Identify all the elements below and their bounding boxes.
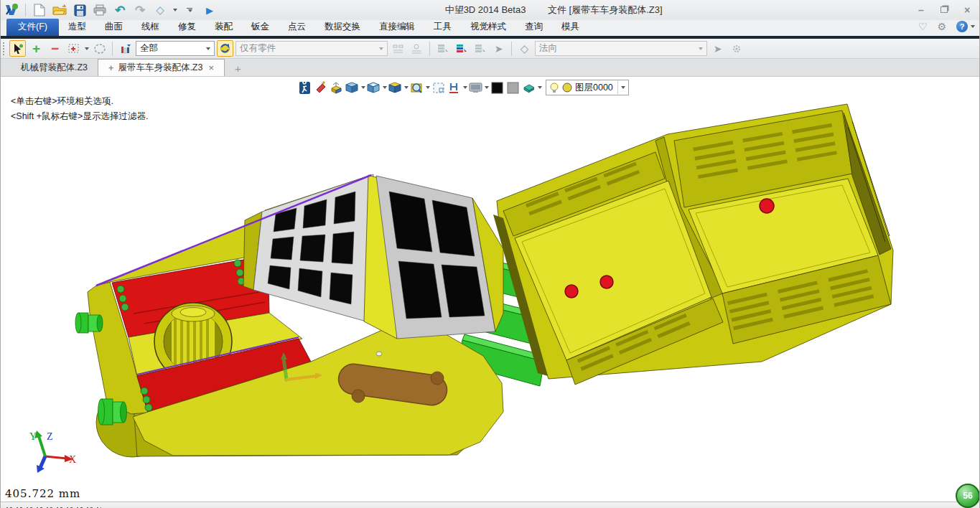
- selection-toolbar: + − 全部 仅有零件 ➤ ◇ 法向 ➤: [1, 39, 979, 59]
- ribbon-tab-directedit[interactable]: 直接编辑: [370, 19, 424, 36]
- ribbon-tab-repair[interactable]: 修复: [169, 19, 205, 36]
- start-task-icon[interactable]: ▶: [202, 2, 218, 18]
- document-title: 文件 [履带车车身装配体.Z3]: [548, 4, 663, 17]
- hint-line-2: <Shift +鼠标右键>显示选择过滤器.: [11, 109, 148, 124]
- pick-list-colored-icon: [453, 40, 470, 57]
- bulb-icon: [549, 80, 559, 95]
- undo-icon[interactable]: ↶: [112, 2, 128, 18]
- display-monitor-caret[interactable]: [485, 86, 489, 89]
- document-tab-bar: 机械臂装配体.Z3 + 履带车车身装配体.Z3 × +: [1, 59, 979, 77]
- ribbon-tab-bar: 文件(F) 造型 曲面 线框 修复 装配 钣金 点云 数据交换 直接编辑 工具 …: [1, 20, 979, 36]
- new-tab-button[interactable]: +: [235, 62, 241, 76]
- layer-slab-caret[interactable]: [538, 86, 542, 89]
- layer-slab-icon[interactable]: [521, 80, 536, 95]
- zoom-region-icon[interactable]: [409, 80, 424, 95]
- hatch-caret[interactable]: [463, 86, 467, 89]
- section-cube-icon[interactable]: [388, 80, 403, 95]
- new-document-icon[interactable]: [32, 2, 47, 18]
- view-manager-icon[interactable]: ◇: [152, 2, 168, 18]
- select-add-icon[interactable]: +: [28, 40, 45, 57]
- filter-list-icon[interactable]: [117, 40, 134, 57]
- toolbar-drag-handle[interactable]: [2, 42, 6, 56]
- toolbar-overflow-icon[interactable]: [182, 2, 197, 18]
- tracked-vehicle: [75, 174, 503, 457]
- face-shaded-cube-caret[interactable]: [383, 86, 387, 89]
- pick-arrow-icon: ➤: [490, 40, 507, 57]
- viewport-hints: <单击右键>环境相关选项. <Shift +鼠标右键>显示选择过滤器.: [11, 94, 148, 124]
- ribbon-tab-surface[interactable]: 曲面: [95, 19, 132, 36]
- ribbon-tab-shape[interactable]: 造型: [59, 19, 95, 36]
- close-button[interactable]: ×: [961, 4, 974, 15]
- layer-select[interactable]: 图层0000: [546, 80, 629, 95]
- axis-x-label: X: [69, 454, 76, 465]
- notification-badge[interactable]: 56: [956, 484, 980, 508]
- pick-list-last-icon: [472, 40, 488, 57]
- restore-button[interactable]: [938, 4, 951, 15]
- gray-swatch[interactable]: [505, 80, 521, 95]
- reorient-diamond-icon: ◇: [516, 40, 533, 57]
- divider: [511, 42, 512, 56]
- hatch-icon[interactable]: [447, 80, 462, 95]
- divider: [25, 4, 26, 17]
- pick-scope-select: 仅有零件: [235, 41, 388, 56]
- ribbon-tab-dataexchange[interactable]: 数据交换: [315, 19, 370, 36]
- ribbon-tab-file[interactable]: 文件(F): [6, 19, 59, 36]
- pick-point-icon: ➤: [709, 40, 726, 57]
- layer-caret[interactable]: [621, 86, 625, 89]
- entity-filter-select[interactable]: 全部: [136, 41, 215, 56]
- section-cube-caret[interactable]: [404, 86, 409, 89]
- window-frame-icon[interactable]: [431, 80, 446, 95]
- help-icon[interactable]: ?: [956, 21, 968, 32]
- select-remove-icon[interactable]: −: [47, 40, 63, 57]
- ribbon-tab-assembly[interactable]: 装配: [205, 19, 242, 36]
- ribbon-tab-tools[interactable]: 工具: [424, 19, 461, 36]
- ribbon-tab-inquire[interactable]: 查询: [515, 19, 552, 36]
- help-caret[interactable]: [971, 25, 975, 28]
- shaded-cube-icon[interactable]: [345, 80, 360, 95]
- cargo-box: [493, 104, 893, 385]
- axis-z-label: Z: [47, 431, 53, 442]
- app-title: 中望3D 2014 Beta3: [414, 4, 557, 17]
- black-swatch[interactable]: [490, 80, 505, 95]
- align-pick-icon: [409, 40, 425, 57]
- graphics-viewport[interactable]: Y Z X: [1, 77, 979, 502]
- axis-y-label: Y: [29, 431, 37, 442]
- face-shaded-cube-icon[interactable]: [366, 80, 381, 95]
- doc-tab-arm-assembly[interactable]: 机械臂装配体.Z3: [11, 60, 98, 76]
- ribbon-tab-pointcloud[interactable]: 点云: [279, 19, 315, 36]
- pick-settings-icon: [728, 40, 745, 57]
- ribbon-tab-mold[interactable]: 模具: [552, 19, 589, 36]
- settings-gear-icon[interactable]: ⚙: [937, 21, 946, 32]
- app-logo-icon[interactable]: [4, 2, 19, 18]
- ribbon-tab-visualstyle[interactable]: 视觉样式: [461, 19, 515, 36]
- ribbon-tab-sheetmetal[interactable]: 钣金: [242, 19, 279, 36]
- favorite-heart-icon[interactable]: ♡: [918, 21, 928, 32]
- orientation-select: 法向: [535, 41, 707, 56]
- save-icon[interactable]: [72, 2, 88, 18]
- zoom-region-caret[interactable]: [426, 86, 430, 89]
- unfold-box-icon[interactable]: [329, 80, 344, 95]
- print-icon[interactable]: [92, 2, 108, 18]
- open-document-icon[interactable]: [52, 2, 67, 18]
- minimize-button[interactable]: –: [915, 4, 928, 15]
- exit-icon[interactable]: [297, 80, 312, 95]
- select-arrow-icon[interactable]: [9, 40, 26, 57]
- ribbon-tab-wireframe[interactable]: 线框: [132, 19, 169, 36]
- erase-highlight-icon[interactable]: [313, 80, 328, 95]
- offset-pick-icon: [390, 40, 406, 57]
- doc-icon: +: [108, 63, 113, 73]
- divider: [429, 42, 430, 56]
- display-monitor-icon[interactable]: [468, 80, 483, 95]
- view-manager-caret[interactable]: [173, 9, 177, 11]
- redo-icon[interactable]: ↷: [132, 2, 148, 18]
- model-3d[interactable]: Y Z X: [1, 77, 980, 502]
- doc-tab-vehicle-body[interactable]: + 履带车车身装配体.Z3 ×: [98, 59, 225, 76]
- shaded-cube-caret[interactable]: [361, 86, 365, 89]
- title-bar: ↶ ↷ ◇ ▶ 中望3D 2014 Beta3 文件 [履带车车身装配体.Z3]…: [1, 0, 979, 20]
- select-lasso-icon[interactable]: [91, 40, 108, 57]
- close-tab-icon[interactable]: ×: [208, 62, 214, 73]
- select-window-caret[interactable]: [85, 47, 89, 50]
- sync-toggle-icon[interactable]: [217, 40, 233, 57]
- pick-list-all-icon: [434, 40, 451, 57]
- select-window-icon[interactable]: [65, 40, 82, 57]
